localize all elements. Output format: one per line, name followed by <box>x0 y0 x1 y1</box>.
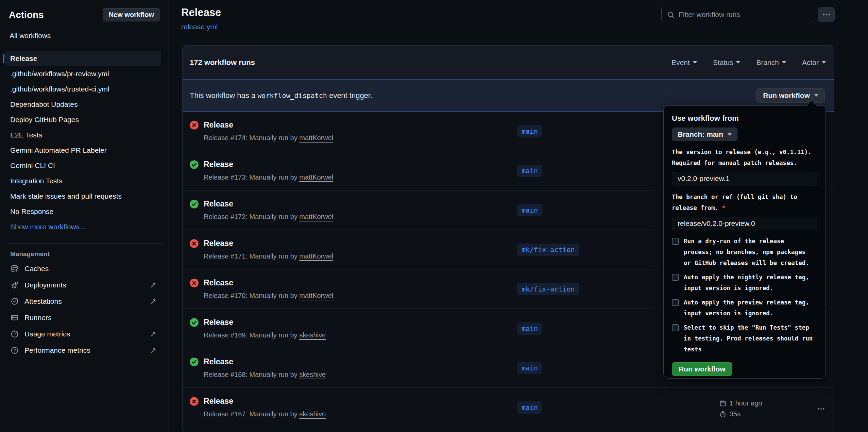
kebab-horizontal-icon <box>817 404 826 413</box>
filter-actor-dropdown[interactable]: Actor <box>802 59 826 67</box>
branch-badge[interactable]: mk/fix-action <box>517 244 579 256</box>
sidebar-item-label: Runners <box>24 314 51 322</box>
sidebar-item-all-workflows[interactable]: All workflows <box>10 32 160 40</box>
external-link-icon: ↗ <box>150 281 156 289</box>
sidebar-item-gemini-cli-ci[interactable]: Gemini CLI CI <box>5 158 161 173</box>
sidebar-item-caches[interactable]: Caches <box>5 261 161 277</box>
filter-status-dropdown[interactable]: Status <box>713 59 741 67</box>
sidebar-item-label: Caches <box>24 265 49 273</box>
actor-link[interactable]: skeshive <box>299 331 326 339</box>
sidebar-item-deploy-github-pages[interactable]: Deploy GitHub Pages <box>5 112 161 127</box>
next-run-row-partial <box>183 427 834 432</box>
sidebar-item-gemini-pr-labeler[interactable]: Gemini Automated PR Labeler <box>5 143 161 158</box>
filter-runs-searchbox[interactable] <box>661 7 813 22</box>
actor-link[interactable]: mattKorwel <box>299 292 333 299</box>
branch-badge[interactable]: main <box>517 401 542 414</box>
sidebar-item-performance-metrics[interactable]: Performance metrics ↗ <box>5 342 161 359</box>
version-input[interactable] <box>672 172 817 185</box>
preview-tag-checkbox[interactable] <box>672 299 679 306</box>
run-options-button[interactable] <box>814 404 829 414</box>
external-link-icon: ↗ <box>150 347 156 354</box>
sidebar-item-attestations[interactable]: Attestations ↗ <box>5 293 161 310</box>
runs-count: 172 workflow runs <box>190 58 255 67</box>
sidebar-item-deployments[interactable]: Deployments ↗ <box>5 277 161 293</box>
sidebar-item-dependabot-updates[interactable]: Dependabot Updates <box>5 97 161 112</box>
chevron-down-icon <box>814 94 818 97</box>
server-icon <box>10 313 19 322</box>
actor-link[interactable]: mattKorwel <box>299 252 333 260</box>
sidebar-item-label: Usage metrics <box>24 330 70 338</box>
preview-tag-label[interactable]: Auto apply the preview release tag, inpu… <box>684 297 809 319</box>
branch-badge[interactable]: main <box>517 165 542 177</box>
ref-input[interactable] <box>672 217 817 230</box>
skip-tests-label[interactable]: Select to skip the "Run Tests" step in t… <box>684 322 813 355</box>
dry-run-label[interactable]: Run a dry-run of the release process; no… <box>684 236 809 268</box>
version-help-text: The version to release (e.g., v0.1.11). … <box>672 147 817 168</box>
run-title[interactable]: Release <box>204 396 326 406</box>
branch-badge[interactable]: main <box>517 322 542 335</box>
run-title[interactable]: Release <box>204 317 326 327</box>
success-status-icon <box>189 160 199 169</box>
failed-status-icon <box>189 278 199 288</box>
branch-badge[interactable]: main <box>517 362 542 374</box>
run-title[interactable]: Release <box>204 199 333 209</box>
cache-icon <box>10 264 19 273</box>
actor-link[interactable]: skeshive <box>299 371 326 378</box>
sidebar-divider <box>7 47 164 47</box>
workflow-run-row[interactable]: Release Release #167: Manually run by sk… <box>183 388 834 427</box>
new-workflow-button[interactable]: New workflow <box>103 8 160 21</box>
actor-link[interactable]: skeshive <box>299 410 326 418</box>
run-title[interactable]: Release <box>204 120 333 130</box>
sidebar-item-no-response[interactable]: No Response <box>5 204 161 219</box>
sidebar-item-integration-tests[interactable]: Integration Tests <box>5 173 161 188</box>
sidebar-item-usage-metrics[interactable]: Usage metrics ↗ <box>5 326 161 342</box>
sidebar-item-trusted-ci[interactable]: .github/workflows/trusted-ci.yml <box>5 81 161 97</box>
sidebar-item-mark-stale[interactable]: Mark stale issues and pull requests <box>5 188 161 204</box>
run-workflow-submit-button[interactable]: Run workflow <box>672 362 732 376</box>
actor-link[interactable]: mattKorwel <box>299 213 333 220</box>
stopwatch-icon <box>719 411 727 418</box>
dry-run-checkbox[interactable] <box>672 238 679 245</box>
workflow-options-button[interactable] <box>818 7 835 22</box>
skip-tests-checkbox[interactable] <box>672 324 679 331</box>
kebab-horizontal-icon <box>822 10 831 19</box>
sidebar-item-runners[interactable]: Runners <box>5 310 161 326</box>
gauge-icon <box>10 330 19 338</box>
run-meta: 1 hour ago 35s <box>719 399 762 418</box>
run-workflow-dropdown-button[interactable]: Run workflow <box>756 88 825 103</box>
page-title: Release <box>181 7 221 18</box>
ref-help-text: The branch or ref (full git sha) to rele… <box>672 192 817 213</box>
filter-branch-dropdown[interactable]: Branch <box>756 59 786 67</box>
sidebar-item-label: Deployments <box>24 281 66 289</box>
verified-icon <box>10 297 19 306</box>
filter-runs-input[interactable] <box>679 11 808 19</box>
title-block: Release release.yml <box>181 7 221 31</box>
sidebar-item-label: Performance metrics <box>24 346 90 354</box>
run-title[interactable]: Release <box>204 238 333 248</box>
filter-event-dropdown[interactable]: Event <box>671 59 697 67</box>
sidebar-item-pr-review[interactable]: .github/workflows/pr-review.yml <box>5 66 161 81</box>
actor-link[interactable]: mattKorwel <box>299 173 333 181</box>
run-description: Release #170: Manually run by mattKorwel <box>204 292 333 300</box>
popup-title: Use workflow from <box>672 114 817 123</box>
sidebar-item-e2e-tests[interactable]: E2E Tests <box>5 127 161 143</box>
nightly-tag-checkbox[interactable] <box>672 274 679 281</box>
actor-link[interactable]: mattKorwel <box>299 134 333 142</box>
sidebar-item-release[interactable]: Release <box>5 51 161 66</box>
skip-tests-checkbox-row: Select to skip the "Run Tests" step in t… <box>672 322 817 355</box>
show-more-workflows-link[interactable]: Show more workflows... <box>5 219 161 234</box>
banner-text: This workflow has aworkflow_dispatcheven… <box>190 91 372 100</box>
preview-tag-checkbox-row: Auto apply the preview release tag, inpu… <box>672 297 817 319</box>
chevron-down-icon <box>822 61 826 64</box>
event-code: workflow_dispatch <box>255 92 329 100</box>
run-description: Release #167: Manually run by skeshive <box>204 410 326 418</box>
nightly-tag-label[interactable]: Auto apply the nightly release tag, inpu… <box>684 272 809 294</box>
branch-selector-button[interactable]: Branch: main <box>672 128 737 141</box>
branch-badge[interactable]: mk/fix-action <box>517 283 579 295</box>
run-title[interactable]: Release <box>204 160 333 169</box>
branch-badge[interactable]: main <box>517 204 542 216</box>
workflow-file-link[interactable]: release.yml <box>181 23 218 31</box>
run-title[interactable]: Release <box>204 357 326 366</box>
run-title[interactable]: Release <box>204 278 333 287</box>
branch-badge[interactable]: main <box>517 125 542 137</box>
